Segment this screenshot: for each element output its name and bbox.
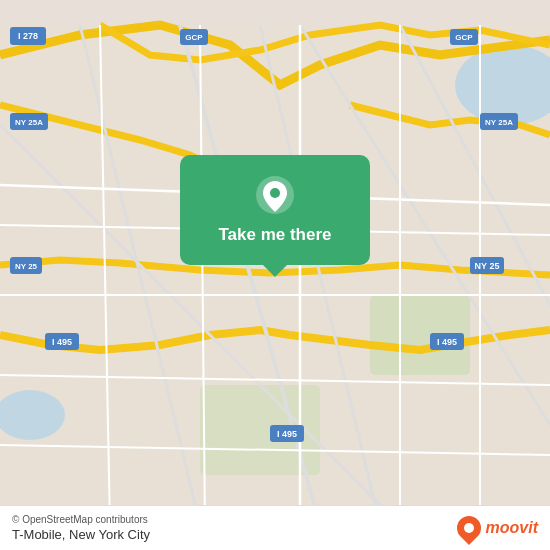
svg-text:I 495: I 495 xyxy=(437,337,457,347)
svg-text:NY 25: NY 25 xyxy=(475,261,500,271)
map-container: I 278 GCP GCP NY 25A NY 25A NY 25 I 495 … xyxy=(0,0,550,550)
svg-text:NY 25: NY 25 xyxy=(15,262,38,271)
svg-text:GCP: GCP xyxy=(455,33,473,42)
bottom-bar: © OpenStreetMap contributors T-Mobile, N… xyxy=(0,505,550,550)
svg-text:NY 25A: NY 25A xyxy=(15,118,43,127)
moovit-icon xyxy=(452,511,486,545)
svg-text:GCP: GCP xyxy=(185,33,203,42)
take-me-there-card[interactable]: Take me there xyxy=(180,155,370,265)
moovit-brand-text: moovit xyxy=(486,519,538,537)
take-me-there-button-label: Take me there xyxy=(218,225,331,245)
svg-text:I 495: I 495 xyxy=(277,429,297,439)
moovit-logo: moovit xyxy=(457,516,538,540)
svg-text:NY 25A: NY 25A xyxy=(485,118,513,127)
location-pin-icon xyxy=(255,175,295,215)
map-attribution: © OpenStreetMap contributors xyxy=(12,514,150,525)
svg-text:I 278: I 278 xyxy=(18,31,38,41)
svg-text:I 495: I 495 xyxy=(52,337,72,347)
bottom-left-info: © OpenStreetMap contributors T-Mobile, N… xyxy=(12,514,150,542)
svg-point-42 xyxy=(270,188,280,198)
location-label: T-Mobile, New York City xyxy=(12,527,150,542)
